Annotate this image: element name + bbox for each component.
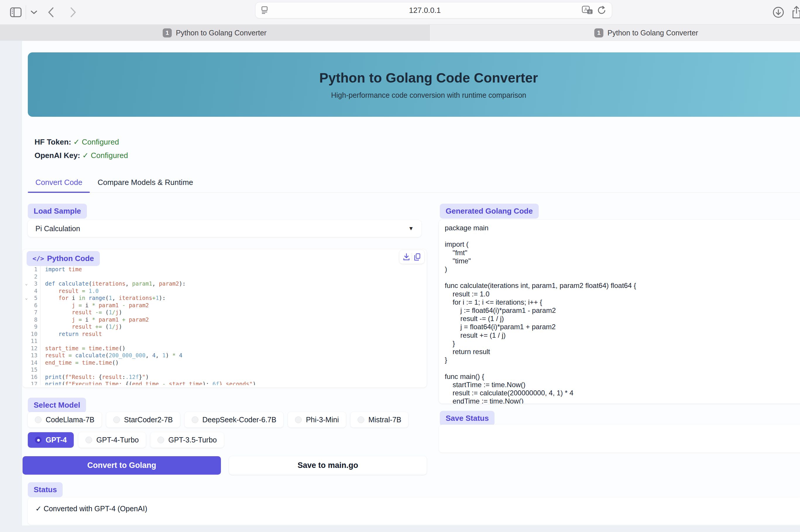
gutter-divider [37, 287, 40, 295]
gutter-divider [37, 352, 40, 359]
line-number: 13 [30, 352, 37, 359]
radio-icon [157, 437, 164, 443]
fold-chevron-icon [22, 359, 30, 366]
line-number: 17 [30, 380, 37, 385]
code-line: 15 [22, 366, 426, 374]
code-line: ⌄5 for i in range(1, iterations+1): [22, 294, 426, 302]
code-line-text: result -= (1/j) [45, 309, 122, 316]
load-sample-badge: Load Sample [28, 204, 87, 218]
convert-button[interactable]: Convert to Golang [22, 456, 221, 475]
copy-code-button[interactable] [412, 251, 422, 263]
sample-select-value: Pi Calculation [35, 225, 80, 233]
line-number: 11 [30, 337, 37, 345]
model-option-codellama-7b[interactable]: CodeLlama-7B [28, 412, 101, 428]
sidebar-toggle-button[interactable] [9, 0, 23, 24]
model-option-label: StarCoder2-7B [124, 416, 173, 424]
reload-button[interactable] [597, 5, 607, 16]
forward-button[interactable] [67, 0, 80, 24]
gutter-divider [37, 273, 40, 280]
line-number: 2 [30, 273, 37, 280]
code-line-text: j = i * param1 - param2 [45, 302, 149, 309]
select-model-badge: Select Model [28, 398, 86, 413]
model-option-label: CodeLlama-7B [46, 416, 95, 424]
line-number: 9 [30, 323, 37, 330]
tab-title: Python to Golang Converter [607, 29, 698, 37]
fold-chevron-icon [22, 323, 30, 330]
line-number: 5 [30, 294, 37, 302]
gutter-divider [37, 366, 40, 374]
code-line-text: end_time = time.time() [45, 359, 119, 366]
fold-chevron-icon[interactable]: ⌄ [22, 280, 30, 287]
fold-chevron-icon [22, 352, 30, 359]
fold-chevron-icon [22, 266, 30, 273]
share-icon [791, 5, 800, 19]
model-option-label: GPT-4-Turbo [96, 436, 139, 444]
openai-key-label: OpenAI Key: [35, 151, 80, 160]
browser-tab-2[interactable]: 1 Python to Golang Converter [430, 25, 800, 41]
copy-icon [414, 253, 421, 261]
model-option-gpt-3-5-turbo[interactable]: GPT-3.5-Turbo [150, 432, 224, 448]
downloads-button[interactable] [771, 0, 785, 24]
code-line-text: result = 1.0 [45, 287, 99, 295]
generated-golang-badge: Generated Golang Code [440, 204, 539, 218]
status-card: ✓ Converted with GPT-4 (OpenAI) [28, 497, 800, 525]
tab-convert-code[interactable]: Convert Code [28, 178, 90, 192]
share-button[interactable] [789, 0, 800, 24]
back-button[interactable] [44, 0, 57, 24]
code-line: 6 j = i * param1 - param2 [22, 302, 426, 309]
python-code-lines: 1import time2⌄3def calculate(iterations,… [22, 266, 426, 385]
fold-chevron-icon [22, 345, 30, 352]
code-line: 11 [22, 337, 426, 345]
gutter-divider [37, 302, 40, 309]
model-option-deepseek-coder-6-7b[interactable]: DeepSeek-Coder-6.7B [185, 412, 284, 428]
line-number: 12 [30, 345, 37, 352]
chevron-down-icon [31, 10, 37, 14]
hf-token-status: HF Token: ✓ Configured [35, 137, 119, 147]
golang-code-text: package main import ( "fmt" "time" ) fun… [445, 224, 800, 403]
gutter-divider [37, 280, 40, 287]
code-line-text: result = calculate(200_000_000, 4, 1) * … [45, 352, 182, 359]
python-code-label: Python Code [47, 254, 94, 263]
save-button[interactable]: Save to main.go [229, 456, 426, 475]
code-line: 9 result += (1/j) [22, 323, 426, 330]
line-number: 6 [30, 302, 37, 309]
sample-select[interactable]: Pi Calculation ▼ [28, 220, 421, 237]
gutter-divider [37, 294, 40, 302]
fold-chevron-icon[interactable]: ⌄ [22, 294, 30, 302]
translate-icon[interactable]: A 文 [582, 5, 594, 15]
browser-tab-1[interactable]: 1 Python to Golang Converter [0, 25, 430, 41]
line-number: 16 [30, 374, 37, 381]
model-option-gpt-4[interactable]: GPT-4 [28, 432, 74, 448]
model-option-gpt-4-turbo[interactable]: GPT-4-Turbo [78, 432, 146, 448]
radio-icon [192, 416, 198, 423]
python-code-badge: </> Python Code [26, 251, 100, 266]
code-line-text: for i in range(1, iterations+1): [45, 294, 166, 302]
openai-key-value: ✓ Configured [82, 151, 128, 160]
save-status-badge: Save Status [440, 411, 495, 426]
url-bar[interactable]: 127.0.0.1 A 文 [255, 2, 612, 18]
reader-icon[interactable] [261, 5, 268, 15]
forward-icon [70, 7, 76, 18]
python-code-editor[interactable]: 1import time2⌄3def calculate(iterations,… [22, 266, 426, 385]
select-caret-icon: ▼ [408, 225, 414, 232]
python-code-panel: </> Python Code [22, 249, 426, 387]
svg-text:A: A [584, 7, 588, 12]
download-code-button[interactable] [401, 251, 412, 263]
save-status-card [439, 424, 800, 452]
editor-toolbar [399, 250, 424, 264]
tab-group-chevron-button[interactable] [29, 0, 39, 24]
download-icon [772, 6, 784, 18]
model-option-phi-3-mini[interactable]: Phi-3-Mini [288, 412, 346, 428]
code-line-text: result += (1/j) [45, 323, 122, 330]
model-option-mistral-7b[interactable]: Mistral-7B [350, 412, 408, 428]
gutter-divider [37, 374, 40, 381]
golang-code-panel[interactable]: package main import ( "fmt" "time" ) fun… [439, 220, 800, 403]
code-line-text: def calculate(iterations, param1, param2… [45, 280, 186, 287]
line-number: 4 [30, 287, 37, 295]
gutter-divider [37, 337, 40, 345]
tab-compare-models[interactable]: Compare Models & Runtime [90, 178, 201, 192]
fold-chevron-icon [22, 287, 30, 295]
model-option-starcoder2-7b[interactable]: StarCoder2-7B [106, 412, 180, 428]
code-line: 12start_time = time.time() [22, 345, 426, 352]
code-line-text: import time [45, 266, 82, 273]
